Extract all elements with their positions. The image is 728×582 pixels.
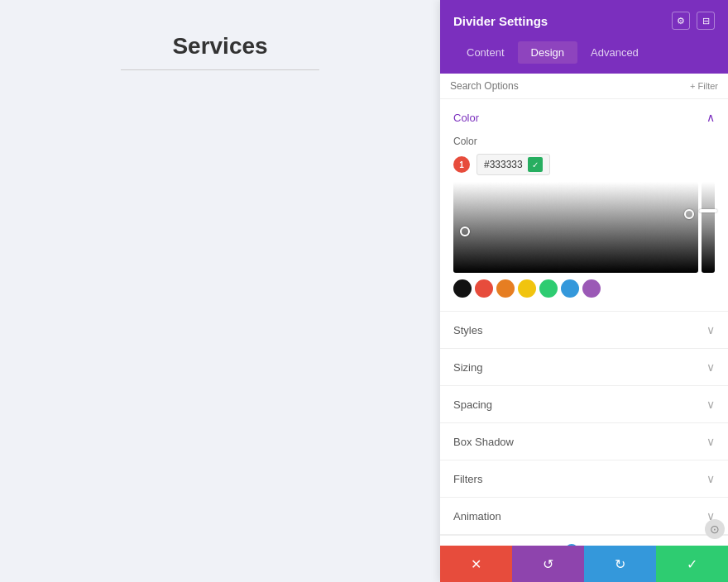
section-sizing-title: Sizing: [453, 361, 482, 374]
section-spacing-header[interactable]: Spacing ∨: [440, 386, 728, 422]
search-input[interactable]: [450, 80, 690, 92]
section-color-title: Color: [453, 112, 479, 124]
swatch-purple[interactable]: [582, 279, 601, 298]
section-filters-title: Filters: [453, 473, 482, 485]
section-spacing: Spacing ∨: [440, 386, 728, 423]
chevron-down-spacing-icon: ∨: [706, 398, 715, 411]
tab-content[interactable]: Content: [453, 41, 518, 64]
color-content: Color 1 #333333 ✓: [440, 136, 728, 311]
section-filters-header[interactable]: Filters ∨: [440, 460, 728, 497]
redo-button[interactable]: ↻: [584, 546, 656, 582]
section-filters: Filters ∨: [440, 460, 728, 498]
color-input-box[interactable]: #333333 ✓: [477, 154, 550, 175]
swatch-green[interactable]: [539, 279, 558, 298]
section-styles-title: Styles: [453, 324, 482, 336]
settings-icon[interactable]: ⚙: [672, 12, 690, 30]
swatch-red[interactable]: [475, 279, 493, 298]
panel-search: + Filter: [440, 74, 728, 99]
color-picker-wrapper[interactable]: [453, 182, 715, 273]
color-picker-handle-right[interactable]: [684, 209, 694, 219]
section-animation: Animation ∨: [440, 498, 728, 535]
color-swatches: [453, 279, 715, 298]
swatch-orange[interactable]: [496, 279, 515, 298]
expand-icon[interactable]: ⊟: [697, 12, 715, 30]
color-badge: 1: [453, 156, 470, 173]
section-styles-header[interactable]: Styles ∨: [440, 312, 728, 348]
panel-content-wrapper: + Filter Color ∧ Color 1: [440, 74, 728, 546]
action-bar: ✕ ↺ ↻ ✓: [440, 546, 728, 582]
chevron-up-icon: ∧: [706, 111, 715, 124]
color-picker-handle[interactable]: [460, 227, 470, 236]
float-help-icon[interactable]: ⊙: [705, 519, 725, 539]
section-box-shadow: Box Shadow ∨: [440, 423, 728, 460]
section-styles: Styles ∨: [440, 312, 728, 349]
swatch-yellow[interactable]: [518, 279, 536, 298]
page-title: Services: [172, 33, 267, 60]
settings-panel: Divider Settings ⚙ ⊟ Content Design Adva…: [440, 0, 728, 582]
chevron-down-filters-icon: ∨: [706, 472, 715, 485]
section-color: Color ∧ Color 1 #333333 ✓: [440, 99, 728, 312]
slider-handle: [699, 209, 717, 212]
tab-advanced[interactable]: Advanced: [577, 41, 652, 64]
panel-header: Divider Settings ⚙ ⊟: [440, 0, 728, 41]
section-box-shadow-title: Box Shadow: [453, 436, 514, 448]
filter-button[interactable]: + Filter: [690, 81, 718, 91]
swatch-black[interactable]: [453, 279, 472, 298]
section-animation-header[interactable]: Animation ∨: [440, 498, 728, 534]
chevron-down-sizing-icon: ∨: [706, 360, 715, 374]
panel-title: Divider Settings: [453, 14, 548, 28]
section-sizing-header[interactable]: Sizing ∨: [440, 349, 728, 385]
chevron-down-styles-icon: ∨: [706, 323, 715, 336]
color-hex-value: #333333: [484, 159, 523, 170]
color-picker-gradient[interactable]: [453, 182, 698, 273]
swatch-blue[interactable]: [561, 279, 579, 298]
section-box-shadow-header[interactable]: Box Shadow ∨: [440, 423, 728, 460]
color-picker-slider[interactable]: [702, 182, 715, 273]
reset-button[interactable]: ↺: [512, 546, 584, 582]
page-area: Services: [0, 0, 440, 582]
panel-body: Color ∧ Color 1 #333333 ✓: [440, 99, 728, 546]
panel-wrapper: Divider Settings ⚙ ⊟ Content Design Adva…: [440, 0, 728, 582]
section-sizing: Sizing ∨: [440, 349, 728, 386]
page-divider: [121, 69, 319, 70]
tab-design[interactable]: Design: [518, 41, 577, 64]
panel-header-icons: ⚙ ⊟: [672, 12, 715, 30]
section-spacing-title: Spacing: [453, 398, 492, 411]
chevron-down-boxshadow-icon: ∨: [706, 435, 715, 448]
panel-tabs: Content Design Advanced: [440, 41, 728, 74]
panel-footer: ? Help: [440, 535, 728, 546]
cancel-button[interactable]: ✕: [440, 546, 512, 582]
save-button[interactable]: ✓: [656, 546, 728, 582]
color-label: Color: [453, 136, 715, 147]
color-confirm-icon[interactable]: ✓: [528, 157, 543, 172]
section-color-header[interactable]: Color ∧: [440, 99, 728, 136]
section-animation-title: Animation: [453, 510, 501, 522]
color-picker-row: 1 #333333 ✓: [453, 154, 715, 175]
